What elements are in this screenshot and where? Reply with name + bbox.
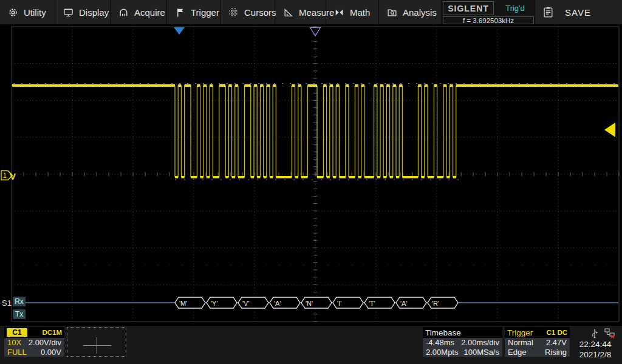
menu-item-cursors[interactable]: Cursors	[220, 0, 275, 24]
clock-time: 22:24:44	[572, 340, 619, 349]
channel1-coupling: DC1M	[42, 329, 62, 336]
frequency-counter: f = 3.692503kHz	[443, 16, 534, 24]
monitor-icon	[63, 7, 73, 18]
menu-item-label: Acquire	[134, 7, 165, 18]
save-clipboard-icon	[544, 7, 553, 18]
empty-channel-slot[interactable]	[67, 327, 126, 357]
menu-item-label: Analysis	[403, 7, 437, 18]
channel1-probe: 10X	[7, 338, 21, 347]
decode-frame-label: 'M'	[179, 300, 187, 307]
decode-frame: 'V'	[238, 297, 268, 308]
decode-frame: 'A'	[396, 297, 426, 308]
network-disconnected-icon	[604, 328, 615, 339]
menu-item-label: Utility	[24, 7, 46, 18]
crosshair-icon	[97, 337, 97, 354]
trigger-level-marker[interactable]	[604, 123, 615, 137]
channel1-scale: 2.00V/div	[29, 338, 61, 347]
decode-tx-badge[interactable]: Tx	[13, 309, 26, 319]
timebase-scale: 2.00ms/div	[461, 338, 499, 347]
siglent-logo: SIGLENT	[443, 1, 494, 15]
timebase-title: Timebase	[425, 328, 461, 337]
menu-item-display[interactable]: Display	[55, 0, 111, 24]
channel-unit-label: V	[10, 171, 16, 181]
decode-rx-badge[interactable]: Rx	[13, 297, 26, 306]
save-label: SAVE	[565, 7, 591, 18]
brand-status-zone: SIGLENT Trig'd f = 3.692503kHz	[442, 0, 535, 24]
decode-frame-label: 'T'	[369, 300, 375, 307]
delay-reference-marker[interactable]	[310, 28, 321, 36]
menu-item-analysis[interactable]: Analysis	[379, 0, 442, 24]
menu-item-measure[interactable]: Measure	[275, 0, 326, 24]
usb-icon	[590, 329, 599, 339]
channel1-bandwidth: FULL	[7, 348, 27, 357]
cursor-grid-icon	[228, 7, 239, 18]
decode-frame-label: 'I'	[337, 300, 341, 307]
set-square-icon	[283, 7, 293, 18]
trigger-type: Edge	[508, 348, 526, 357]
decode-frame: 'M'	[175, 297, 205, 308]
menu-item-label: Trigger	[191, 7, 219, 18]
decode-frame: 'T'	[364, 297, 395, 308]
trigger-position-marker[interactable]	[174, 27, 185, 35]
decode-frame-label: 'R'	[432, 300, 439, 307]
timebase-samplerate: 100MSa/s	[463, 348, 499, 357]
graticule	[12, 27, 619, 322]
waveform-display: 'M''Y''V''A''N''I''T''A''R' 1 V S1 Rx Tx	[0, 25, 622, 326]
decode-frame-label: 'A'	[274, 300, 281, 307]
trigger-coupling: DC	[557, 329, 567, 336]
trigger-title: Trigger	[507, 328, 533, 337]
decode-frame: 'R'	[428, 297, 458, 308]
trigger-mode: Normal	[508, 338, 533, 347]
flag-icon	[175, 7, 185, 18]
channel1-offset: 0.00V	[41, 348, 61, 357]
menu-item-acquire[interactable]: Acquire	[111, 0, 167, 24]
channel1-badge: C1	[7, 328, 27, 337]
timebase-panel[interactable]: Timebase -4.48ms 2.00ms/div 2.00Mpts 100…	[423, 327, 502, 357]
decode-frame: 'N'	[301, 297, 332, 308]
trigger-status-badge: Trig'd	[497, 1, 533, 15]
top-menu-bar: Utility Display Acquire Trigger Cursors	[0, 0, 622, 25]
serial-decode-bus: 'M''Y''V''A''N''I''T''A''R'	[25, 297, 618, 308]
trigger-source: C1	[546, 329, 555, 336]
menu-item-math[interactable]: Math	[326, 0, 379, 24]
decode-frame-label: 'N'	[306, 300, 313, 307]
decode-frame-label: 'A'	[400, 300, 408, 307]
channel-number-label: 1	[3, 172, 7, 179]
crosshair-icon	[83, 345, 111, 346]
decode-bus-name: S1	[2, 298, 12, 308]
disconnected-x-icon	[611, 335, 614, 339]
menu-item-label: Display	[79, 7, 109, 18]
folder-search-icon	[387, 7, 397, 18]
trigger-slope: Rising	[545, 348, 567, 357]
channel1-panel[interactable]: C1 DC1M 10X 2.00V/div FULL 0.00V	[4, 327, 64, 357]
menu-item-label: Cursors	[244, 7, 276, 18]
channel1-offset-marker[interactable]: 1 V	[1, 171, 16, 182]
status-bar: C1 DC1M 10X 2.00V/div FULL 0.00V Timebas…	[0, 326, 622, 364]
menu-item-trigger[interactable]: Trigger	[167, 0, 220, 24]
menu-item-utility[interactable]: Utility	[0, 0, 55, 24]
acquire-arch-icon	[118, 7, 129, 18]
timebase-memory: 2.00Mpts	[426, 348, 458, 357]
menu-item-label: Math	[350, 7, 370, 18]
trigger-level: 2.47V	[546, 338, 567, 347]
decode-frame-label: 'V'	[242, 300, 250, 307]
decode-frame: 'Y'	[207, 297, 237, 308]
save-button[interactable]: SAVE	[535, 0, 622, 24]
decode-frame: 'I'	[333, 297, 363, 308]
decode-frame-label: 'Y'	[211, 300, 218, 307]
trigger-panel[interactable]: Trigger C1 DC Normal 2.47V Edge Rising	[505, 327, 570, 357]
clock-date: 2021/2/8	[572, 350, 619, 359]
channel1-trace	[12, 84, 618, 180]
gear-icon	[8, 7, 18, 18]
timebase-delay: -4.48ms	[426, 338, 454, 347]
bowtie-icon	[334, 7, 344, 18]
decode-frame: 'A'	[270, 297, 300, 308]
